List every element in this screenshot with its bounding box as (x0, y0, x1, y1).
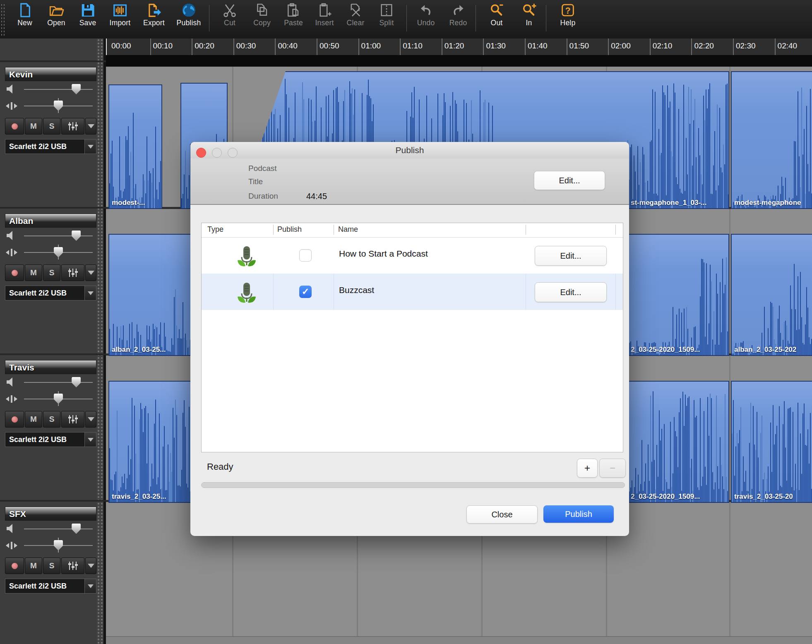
volume-slider[interactable] (24, 382, 93, 383)
audio-clip-alban[interactable]: 2_03-25-2020_1509... (621, 234, 729, 356)
mute-button[interactable]: M (25, 411, 42, 428)
toolbar-button-copy[interactable]: Copy (253, 2, 271, 27)
toolbar-separator (476, 5, 476, 31)
mute-button[interactable]: M (25, 557, 42, 574)
track-menu-button[interactable] (85, 118, 96, 135)
mixer-button[interactable] (61, 118, 84, 135)
close-button[interactable]: Close (466, 505, 538, 524)
toolbar-button-insert[interactable]: Insert (315, 2, 334, 27)
toolbar-button-paste[interactable]: Paste (284, 2, 303, 27)
solo-button[interactable]: S (43, 118, 60, 135)
ruler-tick-label: 02:30 (736, 41, 756, 50)
solo-button[interactable]: S (43, 557, 60, 574)
publish-button[interactable]: Publish (543, 505, 614, 523)
track-name-alban[interactable]: Alban (5, 214, 96, 228)
pan-slider-thumb[interactable] (54, 394, 63, 404)
toolbar-button-undo[interactable]: Undo (417, 2, 435, 27)
toolbar-button-save[interactable]: Save (79, 2, 96, 27)
podcast-table-header[interactable]: Type Publish Name (202, 223, 623, 238)
waveform (109, 85, 162, 208)
record-button[interactable] (5, 411, 24, 428)
toolbar-button-in[interactable]: In (521, 2, 537, 27)
volume-slider-thumb[interactable] (72, 377, 81, 387)
volume-slider-thumb[interactable] (72, 524, 81, 534)
track-menu-button[interactable] (85, 557, 96, 574)
column-header-publish[interactable]: Publish (277, 225, 302, 234)
track-menu-button[interactable] (85, 264, 96, 281)
device-dropdown-button[interactable] (84, 286, 96, 300)
podcast-name: How to Start a Podcast (339, 249, 428, 259)
waveform (732, 72, 812, 208)
device-selector[interactable]: Scarlett 2i2 USB (5, 139, 96, 154)
help-icon: ? (560, 2, 576, 18)
edit-row-button[interactable]: Edit... (535, 246, 607, 266)
track-name-sfx[interactable]: SFX (5, 507, 96, 521)
panel-scroll-strip[interactable] (97, 38, 103, 644)
audio-clip-travis[interactable]: travis_2_03-25-20 (731, 381, 812, 503)
toolbar-button-export[interactable]: Export (143, 2, 165, 27)
svg-text:?: ? (565, 5, 570, 16)
edit-podcast-button[interactable]: Edit... (534, 171, 605, 190)
mixer-button[interactable] (61, 557, 84, 574)
clip-label: 2_03-25-2020_1509... (631, 346, 700, 354)
toolbar-button-publish[interactable]: Publish (177, 2, 201, 27)
toolbar-button-redo[interactable]: Redo (449, 2, 467, 27)
audio-clip-kevin[interactable]: modest-... (108, 84, 162, 209)
publish-checkbox[interactable] (299, 249, 312, 262)
toolbar-button-cut[interactable]: Cut (222, 2, 238, 27)
solo-button[interactable]: S (43, 411, 60, 428)
chevron-down-icon (88, 564, 94, 568)
audio-clip-travis[interactable]: 2_03-25-2020_1509... (621, 381, 729, 503)
pan-slider-thumb[interactable] (54, 540, 63, 550)
record-button[interactable] (5, 264, 24, 281)
pan-slider-thumb[interactable] (54, 247, 63, 257)
toolbar-button-split[interactable]: Split (379, 2, 394, 27)
toolbar-button-import[interactable]: Import (110, 2, 131, 27)
toolbar-button-help[interactable]: ?Help (560, 2, 576, 27)
track-menu-button[interactable] (85, 411, 96, 428)
mute-button[interactable]: M (25, 118, 42, 135)
device-selector[interactable]: Scarlett 2i2 USB (5, 432, 96, 447)
split-icon (379, 2, 394, 18)
toolbar-button-out[interactable]: Out (489, 2, 504, 27)
podcast-row[interactable]: ✓BuzzcastEdit... (202, 274, 623, 310)
podcast-row[interactable]: How to Start a PodcastEdit... (202, 237, 623, 274)
device-selector[interactable]: Scarlett 2i2 USB (5, 579, 96, 594)
column-header-type[interactable]: Type (207, 225, 223, 234)
volume-slider[interactable] (24, 235, 93, 236)
audio-clip-kevin[interactable]: modest-megaphone (731, 71, 812, 209)
toolbar-button-open[interactable]: Open (47, 2, 65, 27)
solo-button[interactable]: S (43, 264, 60, 281)
chevron-down-icon (88, 291, 94, 295)
edit-row-button[interactable]: Edit... (535, 282, 607, 302)
timeline-ruler[interactable]: 00:0000:1000:2000:3000:4000:5001:0001:10… (106, 38, 812, 55)
ruler-tick-label: 01:10 (403, 41, 423, 50)
record-button[interactable] (5, 118, 24, 135)
audio-clip-alban[interactable]: alban_2_03-25-202 (731, 234, 812, 356)
remove-podcast-button[interactable]: − (599, 459, 626, 478)
volume-slider-thumb[interactable] (72, 84, 81, 94)
copy-icon (255, 2, 270, 18)
mute-button[interactable]: M (25, 264, 42, 281)
ruler-tick-label: 02:10 (653, 41, 673, 50)
device-dropdown-button[interactable] (84, 433, 96, 447)
device-dropdown-button[interactable] (84, 579, 96, 593)
volume-slider-thumb[interactable] (72, 231, 81, 241)
pan-slider-thumb[interactable] (54, 101, 63, 111)
mixer-button[interactable] (61, 264, 84, 281)
publish-checkbox[interactable]: ✓ (299, 286, 312, 298)
track-name-kevin[interactable]: Kevin (5, 67, 96, 81)
volume-slider[interactable] (24, 529, 93, 529)
device-selector[interactable]: Scarlett 2i2 USB (5, 286, 96, 300)
device-dropdown-button[interactable] (84, 139, 96, 154)
toolbar-button-clear[interactable]: Clear (347, 2, 365, 27)
add-podcast-button[interactable]: + (577, 459, 598, 478)
track-name-travis[interactable]: Travis (5, 360, 96, 374)
volume-slider[interactable] (24, 89, 93, 90)
mixer-button[interactable] (61, 411, 84, 428)
dialog-titlebar[interactable]: Publish (190, 142, 629, 159)
column-header-name[interactable]: Name (338, 225, 358, 234)
ruler-tick (192, 38, 192, 55)
toolbar-button-new[interactable]: New (17, 2, 33, 27)
record-button[interactable] (5, 557, 24, 574)
